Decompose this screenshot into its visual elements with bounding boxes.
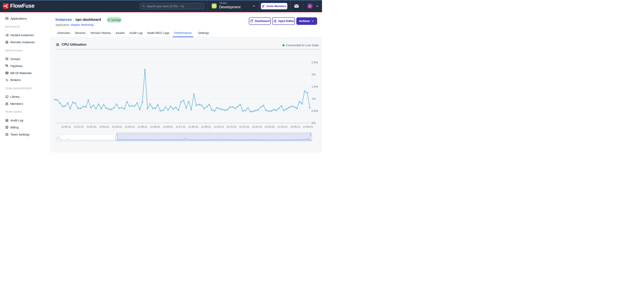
svg-text:12:06:01: 12:06:01 (303, 125, 313, 128)
svg-text:0.5%: 0.5% (312, 109, 318, 112)
svg-text:11:51:51: 11:51:51 (86, 125, 96, 128)
svg-text:11:52:41: 11:52:41 (99, 125, 109, 128)
svg-text:11:54:21: 11:54:21 (125, 125, 135, 128)
svg-text:0%: 0% (312, 121, 316, 125)
svg-text:11:57:41: 11:57:41 (176, 125, 186, 128)
svg-text:12:02:41: 12:02:41 (252, 125, 262, 128)
svg-text:11:50:11: 11:50:11 (61, 125, 71, 128)
svg-text:2.5%: 2.5% (312, 61, 318, 64)
svg-text:11:56:51: 11:56:51 (163, 125, 173, 128)
svg-text:11:55:11: 11:55:11 (138, 125, 147, 128)
svg-text:12:01:01: 12:01:01 (226, 125, 237, 128)
svg-text:12:00:11: 12:00:11 (214, 125, 224, 128)
svg-text:12:04:21: 12:04:21 (277, 125, 288, 128)
svg-text:11:58:31: 11:58:31 (188, 125, 198, 128)
svg-text:1.5%: 1.5% (312, 85, 318, 88)
svg-text:12:05:11: 12:05:11 (290, 125, 300, 128)
svg-text:11:51:01: 11:51:01 (74, 125, 84, 128)
svg-text:12:01:51: 12:01:51 (239, 125, 250, 128)
svg-text:1%: 1% (312, 97, 316, 100)
svg-text:2%: 2% (312, 73, 316, 76)
svg-text:11:56:01: 11:56:01 (150, 125, 160, 128)
svg-text:11:53:31: 11:53:31 (112, 125, 122, 128)
svg-text:11:59:21: 11:59:21 (201, 125, 211, 128)
svg-text:12:03:31: 12:03:31 (264, 125, 275, 128)
